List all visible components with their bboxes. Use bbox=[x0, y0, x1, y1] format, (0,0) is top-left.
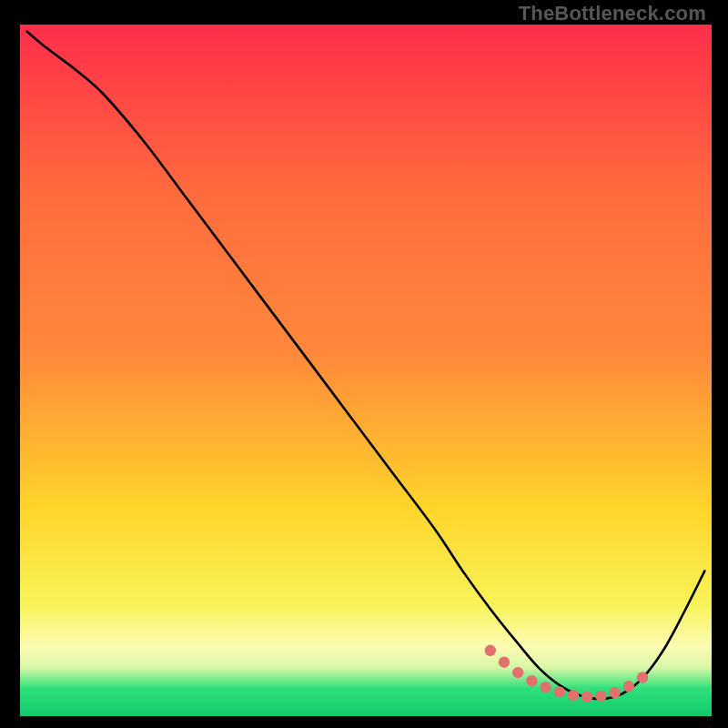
marker-dot bbox=[609, 687, 620, 698]
marker-dot bbox=[581, 692, 592, 703]
marker-dot bbox=[526, 675, 537, 686]
marker-dot bbox=[499, 657, 510, 668]
marker-dot bbox=[637, 672, 648, 682]
marker-dot bbox=[595, 691, 606, 702]
marker-dot bbox=[623, 681, 634, 692]
marker-dot bbox=[554, 686, 565, 697]
marker-dot bbox=[485, 645, 496, 656]
bottleneck-chart bbox=[0, 0, 728, 728]
marker-dot bbox=[512, 667, 523, 678]
marker-dot bbox=[568, 690, 579, 701]
plot-background bbox=[20, 25, 712, 716]
marker-dot bbox=[540, 682, 551, 693]
